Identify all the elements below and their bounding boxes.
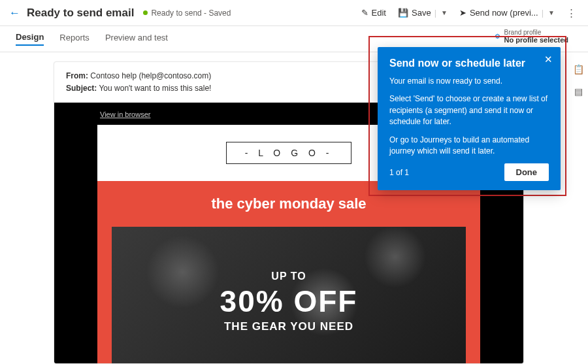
status-indicator: Ready to send - Saved — [143, 8, 231, 18]
callout-text-3: Or go to Journeys to build an automated … — [389, 135, 549, 157]
hero-overline: UP TO — [271, 271, 306, 282]
from-value: Contoso help (help@contoso.com) — [90, 71, 211, 80]
clipboard-icon[interactable]: 📋 — [573, 64, 584, 74]
tab-preview-and-test[interactable]: Preview and test — [105, 33, 168, 45]
callout-text-1: Your email is now ready to send. — [389, 76, 549, 87]
chevron-down-icon[interactable]: ▼ — [548, 9, 555, 16]
tab-design[interactable]: Design — [16, 32, 44, 46]
send-icon: ➤ — [459, 8, 466, 18]
save-button[interactable]: 💾 Save | ▼ — [395, 5, 450, 20]
edit-label: Edit — [372, 8, 386, 18]
send-label: Send now (previ... — [470, 8, 538, 18]
more-menu-button[interactable]: ⋮ — [564, 7, 579, 19]
teaching-callout: ✕ Send now or schedule later Your email … — [378, 47, 561, 190]
page-title: Ready to send email — [27, 7, 134, 20]
subject-value: You won't want to miss this sale! — [99, 84, 211, 93]
brand-profile-value: No profile selected — [504, 36, 568, 44]
side-toolbar: 📋 ▤ — [568, 64, 588, 97]
pencil-icon: ✎ — [361, 8, 368, 18]
from-label: From: — [66, 71, 88, 80]
brand-profile-selector[interactable]: ⚙ Brand profile No profile selected — [495, 29, 568, 44]
hero-subline: THE GEAR YOU NEED — [224, 320, 353, 333]
back-arrow-icon[interactable]: ← — [9, 7, 20, 20]
gear-icon: ⚙ — [495, 33, 500, 40]
top-command-bar: ← Ready to send email Ready to send - Sa… — [0, 0, 588, 26]
callout-title: Send now or schedule later — [389, 58, 549, 69]
grid-icon[interactable]: ▤ — [574, 86, 583, 97]
edit-button[interactable]: ✎ Edit — [359, 5, 389, 20]
close-icon[interactable]: ✕ — [544, 54, 553, 65]
sale-title: the cyber monday sale — [97, 195, 480, 212]
send-now-button[interactable]: ➤ Send now (previ... | ▼ — [457, 5, 557, 20]
subject-label: Subject: — [66, 84, 97, 93]
tab-reports[interactable]: Reports — [59, 33, 90, 45]
save-label: Save — [412, 8, 431, 18]
status-text: Ready to send - Saved — [151, 8, 231, 18]
done-button[interactable]: Done — [504, 163, 549, 181]
chevron-down-icon[interactable]: ▼ — [441, 9, 448, 16]
status-dot-icon — [143, 10, 148, 15]
logo-placeholder: - L O G O - — [226, 142, 352, 164]
callout-text-2: Select 'Send' to choose or create a new … — [389, 93, 549, 127]
separator: | — [542, 8, 544, 18]
brand-profile-label: Brand profile — [504, 29, 568, 36]
separator: | — [434, 8, 436, 18]
callout-page-indicator: 1 of 1 — [389, 168, 409, 177]
hero-image: UP TO 30% OFF THE GEAR YOU NEED — [112, 227, 466, 364]
hero-headline: 30% OFF — [220, 284, 358, 319]
save-icon: 💾 — [398, 8, 408, 18]
sale-banner: the cyber monday sale UP TO 30% OFF THE … — [97, 181, 480, 364]
